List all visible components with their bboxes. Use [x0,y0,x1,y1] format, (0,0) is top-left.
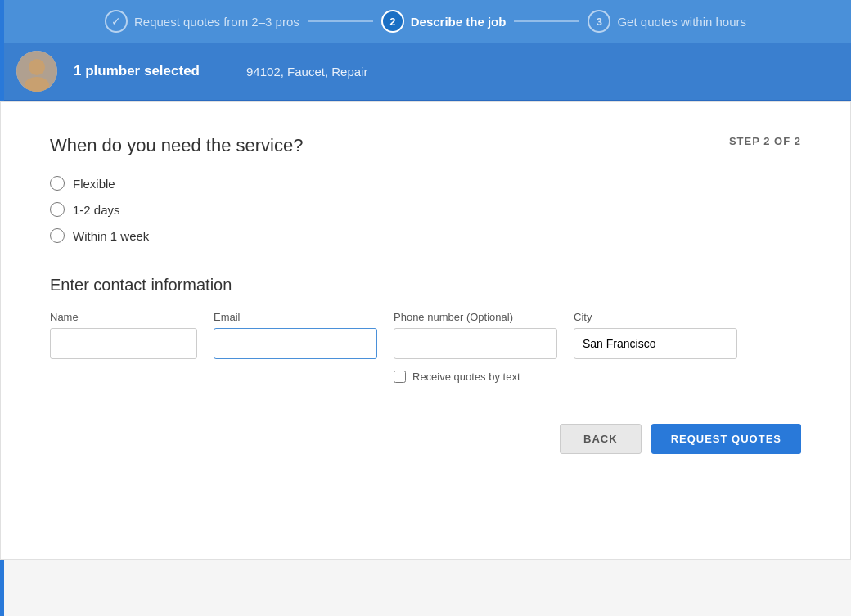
sms-checkbox-label[interactable]: Receive quotes by text [412,371,520,383]
sms-checkbox-row: Receive quotes by text [394,371,801,383]
step-2: 2 Describe the job [381,10,507,33]
contact-form-row: Name Email Phone number (Optional) City [50,311,801,359]
email-label: Email [214,311,377,323]
step-3: 3 Get quotes within hours [588,10,746,33]
phone-field-group: Phone number (Optional) [394,311,557,359]
radio-flexible[interactable]: Flexible [50,176,801,191]
sms-checkbox[interactable] [394,371,406,383]
radio-1week-label: Within 1 week [73,229,149,243]
info-bar: 1 plumber selected 94102, Faucet, Repair [0,43,851,101]
service-section-title: When do you need the service? [50,135,801,156]
step-divider-1 [308,20,373,22]
radio-flexible-label: Flexible [73,177,115,191]
avatar [16,51,57,92]
radio-12days-input[interactable] [50,202,65,217]
step1-label: Request quotes from 2–3 pros [134,15,299,29]
radio-within-1-week[interactable]: Within 1 week [50,228,801,243]
step-1: ✓ Request quotes from 2–3 pros [105,10,299,33]
progress-bar: ✓ Request quotes from 2–3 pros 2 Describ… [0,0,851,43]
svg-point-1 [29,59,45,75]
email-field-group: Email [214,311,377,359]
phone-label: Phone number (Optional) [394,311,557,323]
plumber-selected-text: 1 plumber selected [74,63,200,79]
name-input[interactable] [50,328,197,359]
radio-1-2-days[interactable]: 1-2 days [50,202,801,217]
name-field-group: Name [50,311,197,359]
phone-input[interactable] [394,328,557,359]
email-input[interactable] [214,328,377,359]
radio-1week-input[interactable] [50,228,65,243]
step-divider-2 [514,20,579,22]
job-tags: 94102, Faucet, Repair [246,65,367,79]
city-field-group: City [574,311,737,359]
step2-circle: 2 [381,10,404,33]
step-indicator: STEP 2 OF 2 [729,135,801,147]
radio-12days-label: 1-2 days [73,203,120,217]
main-content: STEP 2 OF 2 When do you need the service… [0,101,851,560]
button-row: BACK REQUEST QUOTES [50,424,801,454]
radio-flexible-input[interactable] [50,176,65,191]
step3-label: Get quotes within hours [617,15,746,29]
info-divider [223,59,223,83]
city-label: City [574,311,737,323]
step3-circle: 3 [588,10,610,33]
city-input[interactable] [574,328,737,359]
timing-radio-group: Flexible 1-2 days Within 1 week [50,176,801,243]
step2-label: Describe the job [411,15,507,29]
back-button[interactable]: BACK [560,424,642,454]
avatar-image [16,51,57,92]
step1-check-icon: ✓ [105,10,128,33]
contact-section-title: Enter contact information [50,276,801,295]
name-label: Name [50,311,197,323]
request-quotes-button[interactable]: REQUEST QUOTES [651,424,801,454]
